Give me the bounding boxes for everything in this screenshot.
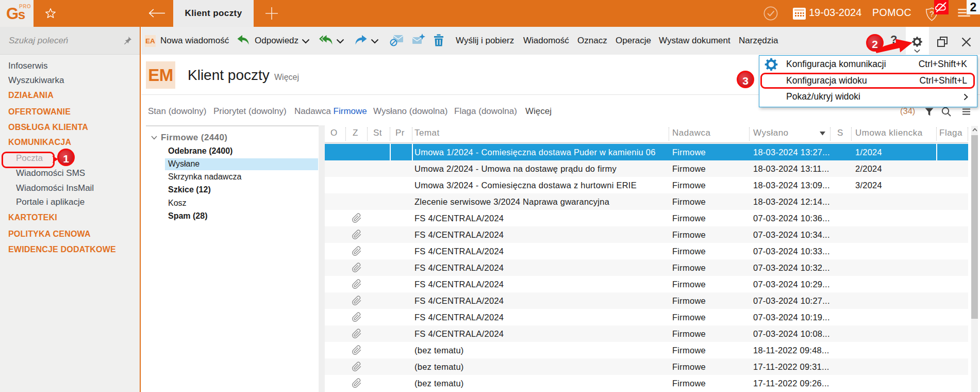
svg-text:?: ? [929,9,934,18]
